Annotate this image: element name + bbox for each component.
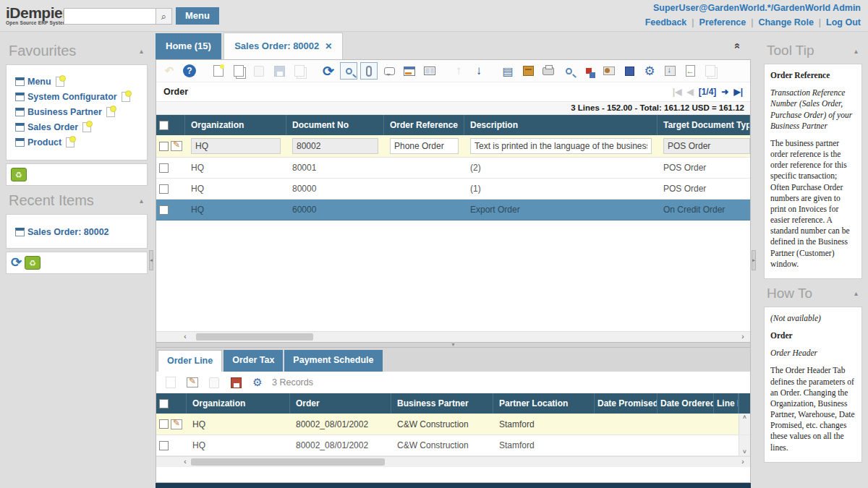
new-record-icon[interactable] — [82, 122, 91, 132]
parent-record-icon[interactable]: ↑ — [450, 62, 467, 80]
new-record-icon[interactable] — [106, 107, 115, 117]
feedback-link[interactable]: Feedback — [645, 17, 687, 27]
chat-icon[interactable] — [380, 62, 398, 80]
column-header-target-doc-type[interactable]: Target Document Typ — [658, 115, 750, 135]
help-icon[interactable]: ? — [181, 62, 198, 80]
organization-field[interactable] — [191, 138, 281, 154]
scroll-down-icon[interactable]: ˅ — [743, 448, 746, 455]
form-toggle-icon[interactable] — [421, 62, 438, 80]
detail-save-icon[interactable] — [227, 374, 244, 391]
archive-icon[interactable] — [519, 62, 537, 80]
row-checkbox[interactable] — [159, 184, 169, 194]
select-all-checkbox[interactable] — [159, 399, 169, 408]
search-icon[interactable]: ⌕ — [156, 8, 172, 25]
preference-link[interactable]: Preference — [699, 17, 746, 27]
favourite-label[interactable]: Product — [27, 137, 61, 147]
save-create-icon[interactable] — [291, 62, 308, 80]
customize-icon[interactable] — [702, 62, 719, 80]
tab-order-line[interactable]: Order Line — [158, 350, 222, 372]
refresh-icon[interactable]: ⟳ — [11, 256, 22, 270]
tooltip-collapse-icon[interactable]: ▴ — [854, 47, 858, 55]
next-record-icon[interactable]: ➜ — [721, 87, 728, 97]
order-line-row-editing[interactable]: HQ 80002_08/01/2002 C&W Construction Sta… — [156, 414, 750, 435]
favourite-item-system-configurator[interactable]: System Configurator — [15, 92, 144, 102]
order-row[interactable]: HQ 80001 (2) POS Order — [156, 158, 750, 179]
favourite-item-product[interactable]: Product — [15, 137, 144, 147]
print-icon[interactable] — [540, 62, 557, 80]
recent-item-label[interactable]: Sales Order: 80002 — [27, 227, 109, 237]
tab-payment-schedule[interactable]: Payment Schedule — [284, 350, 382, 372]
column-header-date-promised[interactable]: Date Promised — [595, 393, 658, 414]
order-row-editing[interactable] — [156, 135, 750, 158]
zoom-across-icon[interactable] — [560, 62, 577, 80]
left-splitter-toggle[interactable]: ◂ — [149, 250, 153, 270]
howto-collapse-icon[interactable]: ▴ — [854, 289, 858, 297]
requery-icon[interactable]: ⟳ — [320, 62, 337, 80]
detail-vscrollbar[interactable]: ˅ — [739, 435, 750, 455]
document-no-field[interactable] — [292, 138, 378, 154]
select-all-checkbox[interactable] — [159, 121, 169, 130]
column-header-order-reference[interactable]: Order Reference — [384, 115, 464, 135]
scroll-right-icon[interactable]: › — [737, 457, 749, 467]
attachment-icon[interactable] — [360, 62, 378, 80]
target-document-type-field[interactable] — [663, 138, 750, 154]
detail-new-record-icon[interactable] — [162, 374, 179, 391]
close-tab-icon[interactable]: ✕ — [325, 41, 332, 51]
global-search-input[interactable] — [64, 8, 156, 25]
recent-items-collapse-icon[interactable]: ▴ — [140, 197, 143, 205]
hscroll-thumb[interactable] — [191, 458, 385, 466]
favourite-item-business-partner[interactable]: Business Partner — [15, 107, 144, 117]
requests-icon[interactable] — [600, 62, 618, 80]
favourite-label[interactable]: Sales Order — [27, 122, 78, 132]
delete-record-icon[interactable] — [250, 62, 268, 80]
detail-edit-icon[interactable] — [184, 374, 201, 391]
edit-row-icon[interactable] — [171, 419, 182, 429]
undo-icon[interactable]: ↶ — [161, 62, 178, 80]
change-role-link[interactable]: Change Role — [758, 17, 813, 27]
collapse-header-icon[interactable]: « — [731, 43, 744, 48]
breadcrumb[interactable]: Order — [163, 87, 188, 97]
previous-record-icon[interactable]: ◀ — [686, 87, 693, 97]
order-grid-hscrollbar[interactable]: ‹ › — [156, 331, 750, 342]
right-splitter-toggle[interactable]: ▸ — [752, 250, 756, 270]
favourites-collapse-icon[interactable]: ▴ — [140, 47, 143, 55]
new-record-icon[interactable] — [210, 62, 227, 80]
export-icon[interactable] — [661, 62, 678, 80]
new-record-icon[interactable] — [56, 77, 64, 87]
scroll-up-icon[interactable]: ˄ — [743, 414, 746, 421]
panel-splitter[interactable]: ▾ — [156, 342, 750, 348]
column-header-order[interactable]: Order — [290, 393, 391, 414]
order-row-selected[interactable]: HQ 60000 Export Order On Credit Order — [156, 200, 750, 221]
report-icon[interactable]: ▤ — [499, 62, 516, 80]
recent-item-sales-order-80002[interactable]: Sales Order: 80002 — [15, 227, 144, 237]
scroll-right-icon[interactable]: › — [737, 332, 749, 342]
file-import-icon[interactable] — [681, 62, 699, 80]
row-checkbox[interactable] — [159, 142, 169, 151]
column-header-date-ordered[interactable]: Date Ordered — [658, 393, 714, 414]
favourite-label[interactable]: Menu — [27, 77, 51, 87]
favourite-label[interactable]: Business Partner — [27, 107, 102, 117]
detail-delete-icon[interactable] — [205, 374, 223, 391]
tab-home[interactable]: Home (15) — [156, 33, 221, 60]
row-checkbox[interactable] — [159, 441, 169, 450]
product-info-icon[interactable] — [621, 62, 638, 80]
row-checkbox[interactable] — [159, 163, 169, 173]
edit-row-icon[interactable] — [171, 141, 182, 151]
detail-process-icon[interactable]: ⚙ — [249, 374, 266, 391]
favourite-item-menu[interactable]: Menu — [15, 77, 144, 87]
row-checkbox[interactable] — [159, 205, 169, 215]
new-record-icon[interactable] — [122, 92, 130, 102]
process-icon[interactable]: ⚙ — [641, 62, 658, 80]
order-line-hscrollbar[interactable]: ‹ › — [156, 456, 750, 467]
scroll-left-icon[interactable]: ‹ — [179, 457, 191, 467]
column-header-document-no[interactable]: Document No — [286, 115, 384, 135]
last-record-icon[interactable]: ▶| — [733, 87, 743, 97]
row-checkbox[interactable] — [159, 419, 169, 429]
column-header-partner-location[interactable]: Partner Location — [493, 393, 595, 414]
find-record-icon[interactable] — [340, 62, 357, 80]
column-header-organization[interactable]: Organization — [185, 115, 286, 135]
column-header-description[interactable]: Description — [464, 115, 658, 135]
description-field[interactable] — [470, 138, 652, 154]
column-header-business-partner[interactable]: Business Partner — [391, 393, 493, 414]
favourite-item-sales-order[interactable]: Sales Order — [15, 122, 144, 132]
